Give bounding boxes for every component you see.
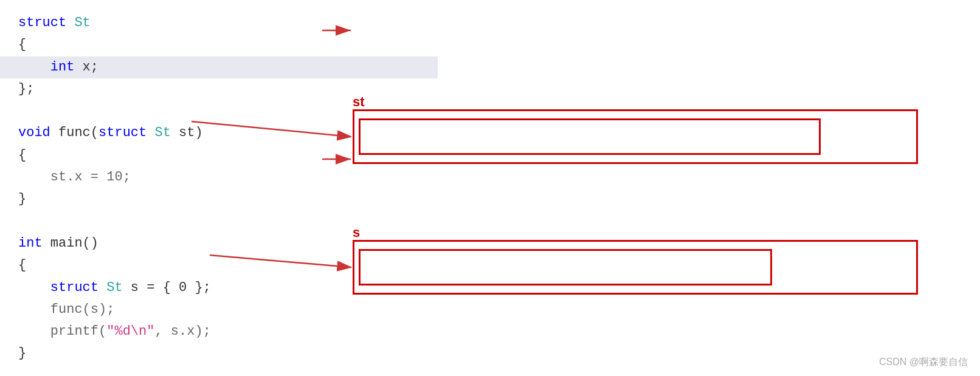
st-inner-box (359, 118, 821, 155)
st-label: st (353, 94, 365, 110)
watermark: CSDN @啊森要自信 (879, 356, 968, 369)
arrows-svg (322, 0, 980, 376)
diagram-panel: st s (322, 0, 980, 376)
s-label: s (353, 225, 360, 241)
s-inner-box (359, 249, 772, 285)
